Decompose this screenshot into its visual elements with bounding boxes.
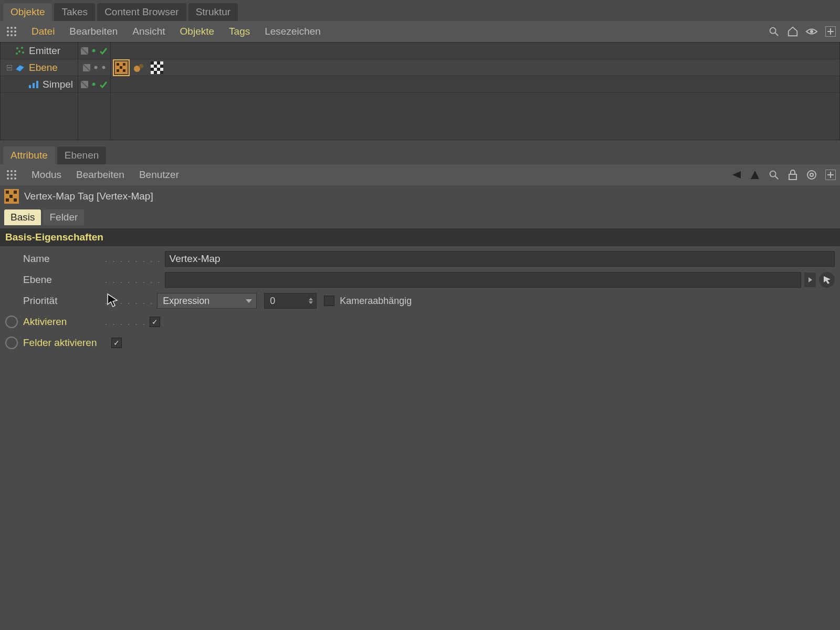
svg-point-6 — [7, 34, 9, 36]
svg-point-19 — [16, 52, 18, 55]
expand-icon[interactable] — [7, 48, 12, 54]
aktivieren-checkbox[interactable] — [150, 317, 160, 327]
tab-objekte[interactable]: Objekte — [3, 3, 52, 21]
svg-rect-73 — [6, 191, 9, 194]
menu-tags[interactable]: Tags — [222, 26, 257, 37]
add-icon[interactable] — [823, 24, 838, 39]
panel-menu-icon[interactable] — [4, 167, 19, 182]
object-label: Simpel — [43, 79, 73, 90]
object-row-simpel[interactable]: Simpel — [1, 76, 839, 93]
svg-point-7 — [10, 34, 13, 36]
menu-bearbeiten[interactable]: Bearbeiten — [62, 26, 125, 37]
svg-point-56 — [7, 174, 9, 176]
prop-ebene-label: Ebene — [23, 274, 102, 286]
svg-rect-33 — [120, 66, 122, 69]
svg-rect-49 — [36, 81, 38, 88]
keyframe-dot[interactable] — [5, 316, 18, 328]
properties-area: Name . . . . . . . . Ebene . . . . . . .… — [0, 246, 840, 355]
section-basis-eigenschaften: Basis-Eigenschaften — [0, 228, 840, 246]
kameraabhaengig-checkbox[interactable] — [324, 296, 334, 306]
svg-point-8 — [14, 34, 16, 36]
emitter-icon — [14, 45, 26, 57]
search-icon[interactable] — [766, 167, 781, 182]
prop-aktivieren-label: Aktivieren — [23, 316, 102, 328]
attribute-subtabs: Basis Felder — [0, 207, 840, 225]
tag-header-label: Vertex-Map Tag [Vertex-Map] — [24, 191, 153, 202]
label-dots: . . . . . . . . — [105, 255, 162, 264]
menu-modus[interactable]: Modus — [24, 169, 69, 181]
menu-bearbeiten[interactable]: Bearbeiten — [69, 169, 132, 181]
prop-felder-aktivieren-label: Felder aktivieren — [23, 337, 102, 349]
effector-icon — [28, 79, 39, 90]
svg-point-59 — [7, 177, 9, 180]
label-dots: . . . . . . . — [105, 297, 154, 306]
tab-takes[interactable]: Takes — [54, 3, 95, 21]
svg-rect-32 — [123, 63, 125, 66]
prioritaet-dropdown[interactable]: Expression — [157, 293, 257, 309]
menu-lesezeichen[interactable]: Lesezeichen — [257, 26, 328, 37]
ebene-link-icon[interactable] — [804, 272, 816, 287]
search-icon[interactable] — [766, 24, 781, 39]
keyframe-dot[interactable] — [5, 337, 18, 349]
object-state-ebene[interactable] — [78, 59, 111, 76]
ebene-pick-icon[interactable] — [819, 272, 835, 288]
prop-prioritaet: Priorität . . . . . . . Expression 0 Kam… — [5, 292, 835, 309]
svg-point-52 — [92, 83, 96, 86]
tag-mograph[interactable] — [132, 60, 146, 75]
svg-rect-48 — [33, 83, 35, 88]
nav-back-icon[interactable] — [729, 167, 743, 182]
tab-ebenen[interactable]: Ebenen — [57, 146, 107, 164]
subtab-felder[interactable]: Felder — [43, 209, 84, 225]
svg-rect-75 — [9, 195, 13, 198]
svg-point-53 — [7, 170, 9, 172]
spinner-arrows-icon[interactable] — [309, 298, 313, 304]
tab-attribute[interactable]: Attribute — [3, 146, 55, 164]
menu-ansicht[interactable]: Ansicht — [125, 26, 172, 37]
ebene-field[interactable] — [165, 272, 801, 288]
svg-rect-31 — [117, 63, 119, 66]
prop-felder-aktivieren: Felder aktivieren — [5, 334, 835, 351]
prioritaet-dropdown-value: Expression — [163, 296, 209, 307]
svg-point-61 — [14, 177, 16, 180]
tab-struktur[interactable]: Struktur — [188, 3, 238, 21]
subtab-basis[interactable]: Basis — [4, 209, 41, 225]
svg-point-55 — [14, 170, 16, 172]
svg-point-5 — [14, 30, 16, 33]
nav-up-icon[interactable] — [748, 167, 762, 182]
object-label: Ebene — [29, 62, 58, 74]
collapse-icon[interactable] — [7, 65, 12, 70]
name-field[interactable] — [165, 251, 835, 267]
object-state-emitter[interactable] — [78, 43, 111, 59]
svg-rect-66 — [789, 174, 796, 180]
svg-marker-62 — [732, 171, 741, 178]
svg-point-68 — [810, 173, 813, 176]
home-icon[interactable] — [785, 24, 800, 39]
svg-point-1 — [10, 27, 13, 29]
panel-menu-icon[interactable] — [4, 24, 19, 39]
felder-aktivieren-checkbox[interactable] — [111, 338, 122, 348]
attribute-panel-tabs: Attribute Ebenen — [0, 143, 840, 164]
menu-benutzer[interactable]: Benutzer — [132, 169, 186, 181]
svg-marker-78 — [808, 277, 812, 282]
add-icon[interactable] — [823, 167, 838, 182]
svg-rect-41 — [154, 65, 157, 68]
object-tree-empty — [1, 93, 839, 140]
menu-datei[interactable]: Datei — [24, 26, 62, 37]
svg-point-57 — [10, 174, 13, 176]
tag-vertex-map[interactable] — [114, 60, 129, 75]
svg-point-15 — [16, 47, 18, 49]
menu-objekte[interactable]: Objekte — [173, 26, 222, 37]
prioritaet-value-stepper[interactable]: 0 — [264, 293, 317, 309]
tab-content-browser[interactable]: Content Browser — [97, 3, 186, 21]
target-icon[interactable] — [804, 167, 819, 182]
tag-compositing[interactable] — [150, 60, 164, 75]
object-tree: Emitter Ebene — [0, 42, 840, 140]
vertex-map-tag-icon — [4, 189, 19, 204]
lock-icon[interactable] — [785, 167, 800, 182]
object-row-emitter[interactable]: Emitter — [1, 43, 839, 59]
object-row-ebene[interactable]: Ebene — [1, 59, 839, 76]
object-state-simpel[interactable] — [78, 76, 111, 92]
svg-rect-39 — [151, 61, 154, 65]
eye-icon[interactable] — [804, 24, 819, 39]
prioritaet-value: 0 — [270, 296, 275, 307]
